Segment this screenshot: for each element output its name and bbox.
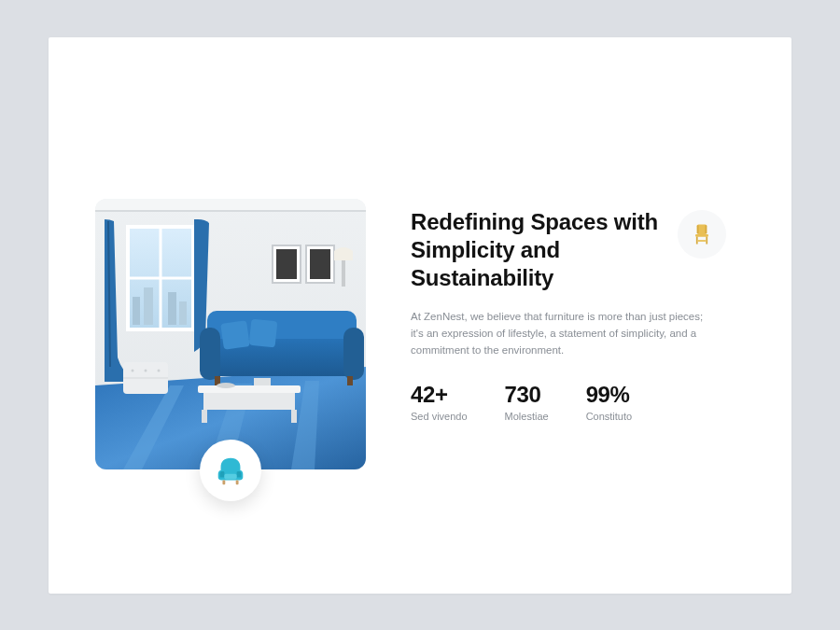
svg-point-36 bbox=[217, 383, 235, 388]
stat-value: 99% bbox=[586, 382, 633, 408]
svg-rect-2 bbox=[95, 210, 366, 212]
svg-rect-42 bbox=[697, 226, 699, 234]
svg-rect-40 bbox=[236, 480, 239, 484]
svg-rect-47 bbox=[698, 240, 707, 242]
svg-rect-32 bbox=[198, 385, 301, 393]
svg-rect-46 bbox=[706, 237, 707, 245]
heading-row: Redefining Spaces with Simplicity and Su… bbox=[411, 208, 726, 292]
svg-rect-21 bbox=[200, 328, 220, 380]
stat-item: 99% Constituto bbox=[586, 382, 633, 422]
svg-rect-26 bbox=[347, 376, 353, 385]
svg-rect-39 bbox=[222, 480, 225, 484]
stat-value: 42+ bbox=[411, 382, 468, 408]
svg-rect-22 bbox=[343, 328, 364, 380]
svg-rect-11 bbox=[144, 287, 153, 325]
svg-rect-43 bbox=[706, 226, 707, 234]
image-column bbox=[95, 199, 366, 469]
svg-rect-38 bbox=[224, 473, 236, 479]
chair-icon-badge bbox=[678, 210, 726, 259]
svg-rect-34 bbox=[202, 410, 207, 423]
stats-row: 42+ Sed vivendo 730 Molestiae 99% Consti… bbox=[411, 382, 726, 422]
svg-rect-13 bbox=[179, 301, 187, 325]
armchair-icon bbox=[213, 453, 248, 488]
svg-rect-12 bbox=[168, 292, 176, 325]
svg-point-31 bbox=[158, 369, 161, 371]
svg-rect-44 bbox=[695, 234, 708, 237]
svg-rect-35 bbox=[291, 410, 297, 423]
stat-item: 42+ Sed vivendo bbox=[411, 382, 468, 422]
svg-rect-45 bbox=[696, 237, 698, 245]
about-card: Redefining Spaces with Simplicity and Su… bbox=[49, 37, 791, 594]
chair-icon bbox=[689, 221, 715, 247]
svg-rect-24 bbox=[249, 318, 278, 347]
svg-rect-23 bbox=[220, 320, 250, 350]
stat-value: 730 bbox=[505, 382, 549, 408]
svg-rect-1 bbox=[95, 199, 366, 210]
armchair-icon-badge bbox=[200, 440, 261, 501]
svg-point-30 bbox=[145, 369, 147, 371]
svg-rect-10 bbox=[133, 297, 140, 325]
svg-rect-37 bbox=[254, 378, 271, 385]
svg-rect-18 bbox=[342, 260, 345, 287]
svg-rect-33 bbox=[203, 393, 295, 410]
svg-point-29 bbox=[132, 369, 134, 371]
content-column: Redefining Spaces with Simplicity and Su… bbox=[411, 208, 745, 421]
page-heading: Redefining Spaces with Simplicity and Su… bbox=[411, 208, 663, 292]
stat-label: Constituto bbox=[586, 411, 633, 422]
stat-item: 730 Molestiae bbox=[505, 382, 549, 422]
svg-rect-15 bbox=[276, 249, 297, 279]
svg-rect-17 bbox=[310, 249, 330, 279]
stat-label: Sed vivendo bbox=[411, 411, 468, 422]
stat-label: Molestiae bbox=[505, 411, 549, 422]
room-illustration bbox=[95, 199, 366, 469]
description-text: At ZenNest, we believe that furniture is… bbox=[411, 309, 709, 358]
